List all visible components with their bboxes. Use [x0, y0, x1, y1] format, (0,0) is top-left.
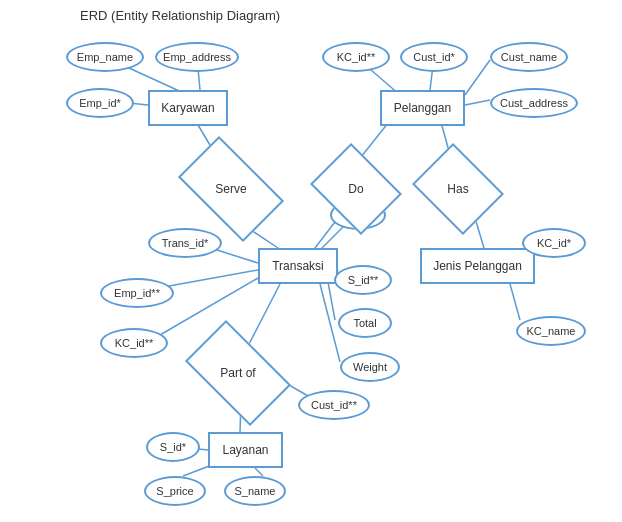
svg-line-18 — [328, 282, 335, 320]
ellipse-emp-id2: Emp_id** — [100, 278, 174, 308]
ellipse-cust-address: Cust_address — [490, 88, 578, 118]
entity-layanan: Layanan — [208, 432, 283, 468]
ellipse-cust-id: Cust_id* — [400, 42, 468, 72]
ellipse-kc-id2: KC_id** — [100, 328, 168, 358]
ellipse-cust-name: Cust_name — [490, 42, 568, 72]
svg-line-27 — [255, 468, 263, 476]
diamond-has: Has — [422, 160, 494, 218]
ellipse-weight: Weight — [340, 352, 400, 382]
svg-line-20 — [248, 284, 280, 346]
svg-line-6 — [465, 100, 490, 105]
ellipse-total: Total — [338, 308, 392, 338]
ellipse-emp-address: Emp_address — [155, 42, 239, 72]
diagram-title: ERD (Entity Relationship Diagram) — [80, 8, 280, 23]
ellipse-s-price: S_price — [144, 476, 206, 506]
ellipse-s-id: S_id* — [146, 432, 200, 462]
ellipse-emp-id: Emp_id* — [66, 88, 134, 118]
ellipse-trans-id: Trans_id* — [148, 228, 222, 258]
diamond-serve: Serve — [185, 160, 277, 218]
ellipse-kc-id3: KC_id* — [522, 228, 586, 258]
ellipse-emp-name: Emp_name — [66, 42, 144, 72]
entity-jenis-pelanggan: Jenis Pelanggan — [420, 248, 535, 284]
diamond-do: Do — [320, 160, 392, 218]
ellipse-s-id2: S_id** — [334, 265, 392, 295]
svg-line-12 — [475, 218, 484, 248]
entity-pelanggan: Pelanggan — [380, 90, 465, 126]
ellipse-kc-name: KC_name — [516, 316, 586, 346]
erd-diagram: ERD (Entity Relationship Diagram) — [0, 0, 622, 522]
ellipse-s-name: S_name — [224, 476, 286, 506]
ellipse-kc-id-top: KC_id** — [322, 42, 390, 72]
svg-line-24 — [510, 284, 520, 320]
svg-line-5 — [465, 60, 490, 95]
ellipse-cust-id2: Cust_id** — [298, 390, 370, 420]
entity-transaksi: Transaksi — [258, 248, 338, 284]
diamond-part-of: Part of — [192, 344, 284, 402]
entity-karyawan: Karyawan — [148, 90, 228, 126]
svg-line-19 — [320, 284, 340, 362]
